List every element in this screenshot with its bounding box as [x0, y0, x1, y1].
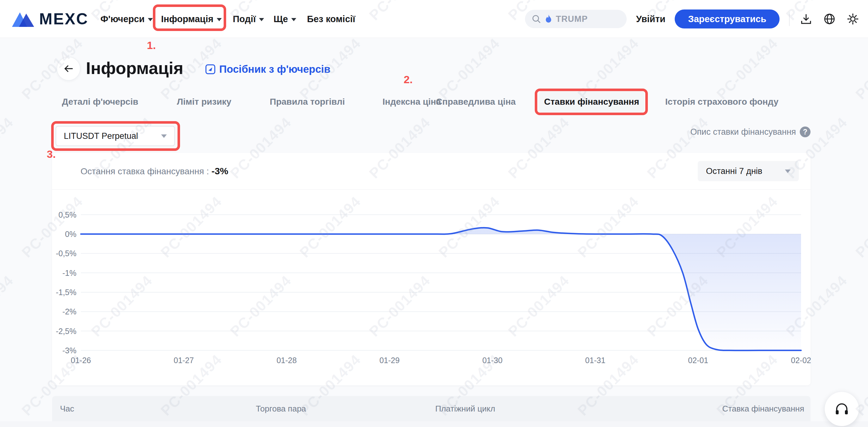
topbar-right-cluster: TRUMP Увійти Зареєструватись — [525, 0, 860, 38]
chevron-down-icon — [161, 135, 167, 138]
nav-item-label: Інформація — [161, 14, 214, 24]
arrow-left-icon — [63, 63, 74, 74]
annotation-number-1: 1. — [147, 39, 156, 52]
nav-item-label: Ще — [274, 14, 288, 24]
table-column-header: Час — [60, 396, 74, 421]
pair-select-dropdown[interactable]: LITUSDT Perpetual — [56, 126, 175, 146]
tab-3[interactable]: Індексна ціна — [382, 94, 441, 110]
back-button[interactable] — [57, 57, 81, 81]
topbar-divider — [789, 12, 790, 26]
nav-item-label: Події — [233, 14, 256, 24]
svg-text:02-01: 02-01 — [688, 356, 708, 365]
chevron-down-icon — [217, 18, 222, 21]
svg-text:-0,5%: -0,5% — [56, 249, 76, 258]
funding-rate-card: Остання ставка фінансування :-3% Останні… — [52, 153, 810, 385]
svg-text:01-26: 01-26 — [71, 356, 91, 365]
pair-select-value: LITUSDT Perpetual — [64, 131, 161, 141]
theme-sun-icon[interactable] — [846, 12, 860, 26]
search-input[interactable]: TRUMP — [525, 10, 627, 28]
nav-item-info[interactable]: Інформація — [161, 0, 222, 38]
futures-guide-link[interactable]: Посібник з ф'ючерсів — [205, 63, 331, 75]
chevron-down-icon — [785, 170, 790, 173]
guide-book-icon — [205, 63, 216, 75]
svg-text:01-27: 01-27 — [174, 356, 194, 365]
nav-item-events[interactable]: Події — [233, 0, 264, 38]
table-column-header: Платіжний цикл — [435, 396, 495, 421]
svg-text:-2,5%: -2,5% — [56, 327, 76, 336]
table-column-header: Ставка фінансування — [722, 396, 804, 421]
last-funding-rate: Остання ставка фінансування :-3% — [81, 166, 228, 176]
svg-text:01-31: 01-31 — [585, 356, 606, 365]
watermark-text: PC-001494 — [852, 193, 868, 261]
time-range-value: Останні 7 днів — [706, 166, 785, 176]
svg-text:-1%: -1% — [63, 268, 76, 277]
mexc-logo-icon — [11, 9, 35, 29]
svg-text:01-28: 01-28 — [276, 356, 297, 365]
top-navigation-bar: MEXC Ф'ючерсиІнформаціяПодіїЩеБез комісі… — [0, 0, 868, 38]
svg-text:0,5%: 0,5% — [58, 210, 76, 219]
nav-item-label: Ф'ючерси — [100, 14, 145, 24]
tab-0[interactable]: Деталі ф'ючерсів — [62, 94, 138, 110]
svg-text:01-30: 01-30 — [482, 356, 502, 365]
register-button[interactable]: Зареєструватись — [675, 9, 780, 28]
download-app-icon[interactable] — [799, 12, 813, 26]
mexc-logo-text: MEXC — [39, 10, 88, 28]
watermark-text: PC-001494 — [852, 34, 868, 103]
funding-desc-label: Опис ставки фінансування — [690, 127, 796, 137]
tab-1[interactable]: Ліміт ризику — [177, 94, 231, 110]
chevron-down-icon — [259, 18, 264, 21]
search-placeholder: TRUMP — [556, 14, 588, 24]
time-range-dropdown[interactable]: Останні 7 днів — [698, 161, 799, 181]
svg-text:0%: 0% — [65, 230, 76, 238]
search-icon — [531, 14, 541, 24]
funding-history-table-header: ЧасТоргова параПлатіжний циклСтавка фіна… — [52, 396, 810, 421]
language-globe-icon[interactable] — [823, 12, 836, 26]
svg-text:-2%: -2% — [63, 307, 76, 316]
chevron-down-icon — [148, 18, 153, 21]
tab-funding-rates-active[interactable]: Ставки фінансування — [539, 91, 644, 113]
watermark-text: PC-001494 — [713, 34, 781, 103]
nav-item-zero-fee[interactable]: Без комісії — [307, 0, 355, 38]
svg-text:02-02: 02-02 — [791, 356, 811, 365]
nav-item-more[interactable]: Ще — [274, 0, 296, 38]
nav-item-futures[interactable]: Ф'ючерси — [100, 0, 153, 38]
hot-flame-icon — [545, 14, 553, 24]
svg-text:-1,5%: -1,5% — [56, 288, 76, 297]
table-column-header: Торгова пара — [256, 396, 306, 421]
watermark-text: PC-001494 — [0, 114, 17, 181]
funding-rate-description-link[interactable]: Опис ставки фінансування ? — [690, 126, 810, 137]
page-title: Інформація — [86, 58, 183, 78]
annotation-number-2: 2. — [404, 74, 412, 86]
watermark-text: PC-001494 — [0, 272, 17, 340]
tab-6[interactable]: Історія страхового фонду — [665, 94, 779, 110]
page-bottom-strip — [0, 421, 868, 427]
page: MEXC Ф'ючерсиІнформаціяПодіїЩеБез комісі… — [0, 0, 868, 427]
funding-card-header: Остання ставка фінансування :-3% Останні… — [52, 153, 810, 190]
last-funding-rate-value: -3% — [211, 166, 228, 176]
svg-text:01-29: 01-29 — [379, 356, 400, 365]
support-headset-button[interactable] — [825, 392, 859, 426]
watermark-text: PC-001494 — [435, 34, 503, 103]
mexc-logo[interactable]: MEXC — [11, 0, 88, 38]
login-button[interactable]: Увійти — [636, 14, 665, 24]
nav-item-label: Без комісії — [307, 14, 355, 24]
tab-4[interactable]: Справедлива ціна — [436, 94, 516, 110]
guide-link-label: Посібник з ф'ючерсів — [219, 63, 331, 75]
last-funding-rate-label: Остання ставка фінансування : — [81, 166, 209, 176]
chevron-down-icon — [291, 18, 296, 21]
question-circle-icon: ? — [800, 126, 810, 137]
svg-text:-3%: -3% — [63, 346, 76, 355]
headset-icon — [834, 401, 849, 417]
funding-rate-chart: 0,5%0%-0,5%-1%-1,5%-2%-2,5%-3%01-2601-27… — [52, 190, 811, 372]
tab-2[interactable]: Правила торгівлі — [270, 94, 345, 110]
